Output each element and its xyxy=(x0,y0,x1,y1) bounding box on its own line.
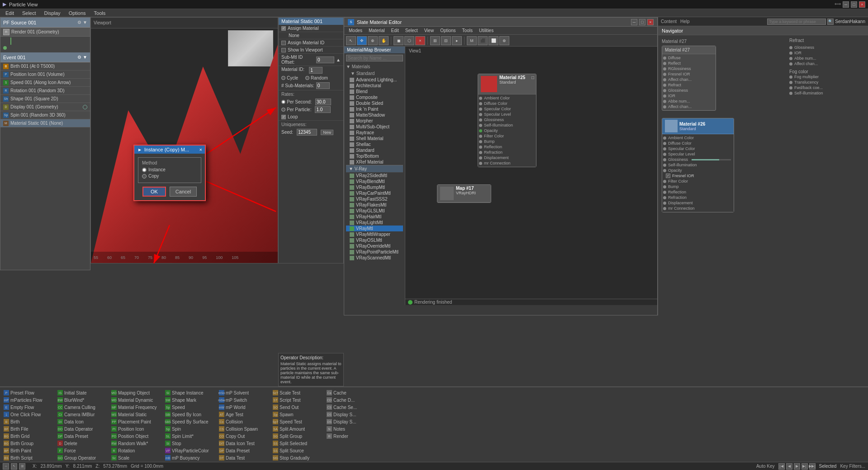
show-viewport-checkbox[interactable] xyxy=(281,48,286,52)
event-item-speed[interactable]: S Speed 001 (Along Icon Arrow) xyxy=(0,79,90,87)
slate-tool-render[interactable]: ◼ xyxy=(394,36,403,45)
event-item-material[interactable]: M Material Static 001 (None) xyxy=(0,119,90,127)
play-begin-btn[interactable]: |◀ xyxy=(778,463,785,470)
event-gear-icon[interactable]: ⚙ ▼ xyxy=(77,55,87,60)
item-delete[interactable]: DDelete xyxy=(57,440,109,447)
pf-gear-icon[interactable]: ⚙ ▼ xyxy=(77,20,87,25)
slate-tool-arrange[interactable]: ⊟ xyxy=(441,36,451,45)
slate-tool-zoom[interactable]: ⊕ xyxy=(368,36,378,45)
slate-tool-layout[interactable]: ⊞ xyxy=(430,36,440,45)
item-vrayosl[interactable]: VRayOSLMtl xyxy=(346,237,403,243)
keyword-search-input[interactable] xyxy=(767,19,826,25)
new-seed-button[interactable]: New xyxy=(321,130,333,135)
radio-instance[interactable] xyxy=(142,168,147,172)
item-cache-se[interactable]: CSCache Se... xyxy=(326,404,378,411)
content-label[interactable]: Content xyxy=(661,19,677,24)
fresnel-checkbox[interactable]: ✓ xyxy=(666,174,670,178)
per-particle-input[interactable] xyxy=(315,106,331,113)
item-mapping-object[interactable]: MOMapping Object xyxy=(110,389,162,396)
item-vrayoverride[interactable]: VRayOverrideMtl xyxy=(346,243,403,249)
item-spin[interactable]: SpSpin xyxy=(164,425,216,432)
next-frame-btn[interactable]: ▶| xyxy=(802,463,808,470)
item-double-sided[interactable]: Double Sided xyxy=(346,100,403,106)
item-data-preset[interactable]: DPData Preset xyxy=(57,432,109,440)
msp-loop-row[interactable]: ✓ Loop xyxy=(279,113,343,121)
item-standard[interactable]: Standard xyxy=(346,147,403,153)
item-speed[interactable]: SpSpeed xyxy=(164,404,216,411)
slate-menu-utilities[interactable]: Utilities xyxy=(476,28,496,33)
radio-copy-row[interactable]: Copy xyxy=(142,174,197,179)
item-material-static[interactable]: MSMaterial Static xyxy=(110,411,162,418)
item-material-dynamic[interactable]: MDMaterial Dynamic xyxy=(110,396,162,404)
item-data-icon[interactable]: DIData Icon xyxy=(57,418,109,425)
item-vrayglsl[interactable]: VRayGLSLMtl xyxy=(346,208,403,214)
mat25-node[interactable]: Material #25 Standard □ Ambient Color Di… xyxy=(478,74,536,167)
item-vrayflakes[interactable]: VRayFlakesMtl xyxy=(346,202,403,208)
item-position-object[interactable]: POPosition Object xyxy=(110,432,162,440)
item-split-amount[interactable]: SASplit Amount xyxy=(272,425,324,432)
item-data-operator[interactable]: DOData Operator xyxy=(57,425,109,432)
slate-tool-mat3[interactable]: ⬜ xyxy=(489,36,498,45)
event-item-rotation[interactable]: R Rotation 001 (Random 3D) xyxy=(0,87,90,95)
item-scale[interactable]: ScScale xyxy=(110,454,162,461)
search-icon[interactable]: 🔍 xyxy=(827,19,834,25)
item-xref-material[interactable]: XRef Material xyxy=(346,159,403,165)
menu-select[interactable]: Select xyxy=(19,10,40,16)
item-one-click-flow[interactable]: 1One Click Flow xyxy=(3,411,55,418)
menu-tools[interactable]: Tools xyxy=(90,10,109,16)
ok-button[interactable]: OK xyxy=(142,187,166,197)
num-sub-input[interactable] xyxy=(316,82,330,89)
item-split-source[interactable]: SSSplit Source xyxy=(272,447,324,454)
slate-menu-tools[interactable]: Tools xyxy=(460,28,475,33)
slate-tool-mat2[interactable]: ⬛ xyxy=(478,36,488,45)
item-vrayhair[interactable]: VRayHairMtl xyxy=(346,214,403,220)
item-advanced-lighting[interactable]: Advanced Lighting... xyxy=(346,77,403,83)
event-item-position[interactable]: P Position Icon 001 (Volume) xyxy=(0,70,90,79)
item-vrayblend[interactable]: VRayBlendMtl xyxy=(346,179,403,184)
item-initial-state[interactable]: ISInitial State xyxy=(57,389,109,396)
item-vraymtlwrapper[interactable]: VRayMtlWrapper xyxy=(346,231,403,237)
item-data-preset-test[interactable]: DPData Preset xyxy=(218,447,270,454)
help-label[interactable]: Help xyxy=(680,19,690,24)
item-spawn[interactable]: SpSpawn xyxy=(272,411,324,418)
item-shell-material[interactable]: Shell Material xyxy=(346,136,403,141)
item-send-out[interactable]: SOSend Out xyxy=(272,404,324,411)
item-split-selected[interactable]: SSSplit Selected xyxy=(272,440,324,447)
item-spin-limit[interactable]: SLSpin Limit* xyxy=(164,432,216,440)
item-composite[interactable]: Composite xyxy=(346,94,403,100)
item-stop[interactable]: StStop xyxy=(164,440,216,447)
menu-options[interactable]: Options xyxy=(65,10,90,16)
item-morpher[interactable]: Morpher xyxy=(346,118,403,124)
slate-menu-options[interactable]: Options xyxy=(437,28,458,33)
item-multi-sub[interactable]: Multi/Sub-Object xyxy=(346,124,403,130)
slate-menu-material[interactable]: Material xyxy=(366,28,388,33)
item-vraybump[interactable]: VRayBumpMtl xyxy=(346,184,403,190)
item-speed-by-surface[interactable]: SBSSpeed By Surface xyxy=(164,418,216,425)
item-shape-mark[interactable]: SMShape Mark xyxy=(164,396,216,404)
slate-close[interactable]: × xyxy=(647,19,654,25)
msp-assign-id-row[interactable]: Assign Material ID xyxy=(279,39,343,47)
item-placement-paint[interactable]: PPPlacement Paint xyxy=(110,418,162,425)
item-material-freq[interactable]: MFMaterial Frequency xyxy=(110,404,162,411)
slate-tool-x[interactable]: × xyxy=(415,36,425,45)
item-shellac[interactable]: Shellac xyxy=(346,141,403,147)
standard-header[interactable]: ▼ Standard xyxy=(346,70,403,77)
random-radio[interactable] xyxy=(305,76,309,80)
assign-material-checkbox[interactable]: ✓ xyxy=(281,26,286,31)
item-scale-test[interactable]: ScTScale Test xyxy=(272,389,324,396)
msp-show-viewport-row[interactable]: Show In Viewport xyxy=(279,47,343,54)
item-mp-solvent[interactable]: mSomP Solvent xyxy=(218,389,270,396)
minimize-btn[interactable]: ─ xyxy=(843,1,849,8)
item-collision[interactable]: CoCollision xyxy=(218,418,270,425)
item-ink-paint[interactable]: Ink 'n Paint xyxy=(346,106,403,112)
event-item-birth[interactable]: B Birth 001 (At 0 T5000) xyxy=(0,62,90,70)
menu-display[interactable]: Display xyxy=(41,10,64,16)
assign-id-checkbox[interactable] xyxy=(281,41,286,45)
mat26-node[interactable]: Material #26 Standard Ambient Color Diff… xyxy=(662,118,734,212)
event-item-shape[interactable]: Sh Shape 001 (Square 2D) xyxy=(0,95,90,103)
item-vraypointparticle[interactable]: VRayPointParticleMtl xyxy=(346,249,403,255)
play-btn[interactable]: ▶ xyxy=(794,463,800,470)
sub-mtl-spinner-up[interactable]: ▲ xyxy=(336,57,341,62)
material-id-input[interactable] xyxy=(309,67,323,74)
item-cache[interactable]: CaCache xyxy=(326,389,378,396)
